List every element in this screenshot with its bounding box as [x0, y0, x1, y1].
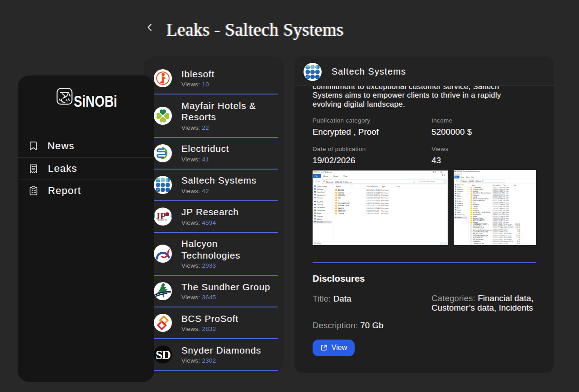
svg-text:FILESERV-HP: FILESERV-HP	[338, 202, 350, 204]
svg-text:9/7/2022 10:17 PM: 9/7/2022 10:17 PM	[493, 217, 503, 219]
svg-text:Pictures: Pictures	[317, 197, 323, 199]
svg-text:9/25/2014 12:02 AM: 9/25/2014 12:02 AM	[493, 235, 504, 237]
svg-text:File folder: File folder	[381, 208, 389, 209]
svg-text:VLC file: VLC file	[503, 243, 508, 245]
svg-text:1,448 KB: 1,448 KB	[515, 227, 520, 229]
svg-text:File folder: File folder	[503, 194, 509, 196]
svg-text:Desktop: Desktop	[317, 204, 323, 206]
svg-text:ADMIN: ADMIN	[338, 189, 344, 191]
svg-text:Videos: Videos	[317, 218, 322, 220]
svg-text:10/5/2018 2:39 PM: 10/5/2018 2:39 PM	[493, 208, 503, 210]
svg-text:6/21/2011 1:24 PM: 6/21/2011 1:24 PM	[493, 189, 503, 190]
svg-text:Quick access: Quick access	[457, 184, 465, 186]
svg-text:Videos: Videos	[457, 212, 461, 213]
svg-text:File folder: File folder	[381, 197, 389, 199]
svg-text:6/3/2021 11:18 PM: 6/3/2021 11:18 PM	[366, 203, 380, 204]
svg-text:MARKETING: MARKETING	[338, 204, 349, 207]
svg-text:Quick access: Quick access	[317, 186, 327, 188]
svg-text:IT Share: IT Share	[457, 195, 462, 197]
svg-text:File folder: File folder	[503, 219, 509, 221]
svg-text:8/1/2021 1:22 AM: 8/1/2021 1:22 AM	[493, 223, 503, 225]
svg-text:9/6/2021 11:35 AM: 9/6/2021 11:35 AM	[493, 225, 503, 227]
svg-text:8/1/2028 4:02 AM: 8/1/2028 4:02 AM	[493, 210, 503, 212]
svg-text:File folder: File folder	[503, 187, 509, 189]
svg-text:89 KB: 89 KB	[517, 243, 521, 245]
svg-text:3/21/2016 6:54 AM: 3/21/2016 6:54 AM	[493, 190, 503, 192]
svg-text:File folder: File folder	[503, 189, 509, 190]
svg-text:8/17/2022 1:56 PM: 8/17/2022 1:56 PM	[493, 204, 503, 206]
svg-text:File: File	[315, 175, 318, 177]
svg-text:3/1/2014 4:15 PM: 3/1/2014 4:15 PM	[493, 222, 503, 223]
svg-text:Local Disk (C:): Local Disk (C:)	[457, 214, 465, 216]
svg-text:Network: Network	[457, 217, 462, 218]
svg-text:Documents: Documents	[317, 207, 325, 208]
svg-text:Music: Music	[457, 207, 460, 209]
svg-text:USERS: USERS	[338, 213, 344, 215]
svg-text:Size: Size	[396, 185, 400, 188]
svg-text:Type: Type	[381, 185, 385, 188]
svg-text:1 KB: 1 KB	[517, 233, 520, 235]
svg-text:Pictures: Pictures	[457, 209, 462, 211]
svg-text:CROWN: CROWN	[338, 194, 345, 196]
svg-text:27 KB: 27 KB	[517, 229, 521, 231]
svg-text:Desktop: Desktop	[317, 189, 323, 190]
svg-text:9/7/2014 3:59 PM: 9/7/2014 3:59 PM	[493, 239, 503, 241]
svg-text:3/5/2016 7:09 PM: 3/5/2016 7:09 PM	[493, 206, 503, 208]
svg-text:Documents: Documents	[457, 203, 464, 204]
svg-text:File: File	[456, 176, 458, 178]
svg-text:7/24/2028 6:28 PM: 7/24/2028 6:28 PM	[493, 202, 503, 204]
svg-text:1 KB: 1 KB	[517, 237, 520, 239]
svg-text:VLC file: VLC file	[503, 231, 508, 233]
svg-text:8/11/2026 2:48 PM: 8/11/2026 2:48 PM	[493, 194, 503, 196]
svg-text:1/21/2026 4:54 PM: 1/21/2026 4:54 PM	[366, 194, 380, 196]
svg-text:File folder: File folder	[503, 192, 509, 194]
svg-text:1/7/1/2016 1:11 PM: 1/7/1/2016 1:11 PM	[366, 205, 380, 207]
svg-text:File folder: File folder	[503, 213, 509, 215]
svg-text:8/1/2024 1:59 PM: 8/1/2024 1:59 PM	[493, 243, 503, 245]
svg-text:1/26/2026 11:21 AM: 1/26/2026 11:21 AM	[366, 192, 380, 194]
svg-text:Name: Name	[336, 185, 341, 188]
svg-text:11/2/2014 6:29 PM: 11/2/2014 6:29 PM	[493, 229, 503, 231]
svg-text:Home: Home	[323, 175, 329, 177]
svg-text:Pictures: Pictures	[317, 216, 323, 217]
svg-text:Name: Name	[472, 184, 475, 186]
svg-text:File folder: File folder	[503, 206, 509, 208]
svg-text:File folder: File folder	[503, 196, 509, 198]
svg-text:Share: Share	[333, 175, 339, 177]
svg-text:3/11/2021 9:15 AM: 3/11/2021 9:15 AM	[493, 219, 503, 221]
svg-text:1/16/2026 11:28 AM: 1/16/2026 11:28 AM	[366, 208, 380, 209]
svg-text:File folder: File folder	[503, 190, 509, 192]
svg-text:WinRar archive: WinRar archive	[503, 235, 512, 237]
svg-text:8/26/2014 2:17 PM: 8/26/2014 2:17 PM	[493, 216, 503, 217]
svg-text:File folder: File folder	[381, 210, 389, 212]
svg-text:WinRar archive: WinRar archive	[503, 223, 512, 225]
svg-text:File folder: File folder	[503, 217, 509, 219]
svg-text:VLC file: VLC file	[503, 229, 508, 231]
svg-text:SALES: SALES	[338, 207, 344, 209]
svg-text:Chrome HTML Do...: Chrome HTML Do...	[503, 225, 514, 227]
svg-text:7/24/2016 7:00 PM: 7/24/2016 7:00 PM	[493, 227, 503, 229]
svg-text:1/3/2026 2:48 PM: 1/3/2026 2:48 PM	[366, 213, 379, 215]
svg-text:6/25/2021 1:08 PM: 6/25/2021 1:08 PM	[493, 231, 503, 233]
svg-text:Date modified: Date modified	[493, 184, 501, 186]
svg-text:File folder: File folder	[381, 194, 389, 196]
svg-text:10.10.6.3 - Remote Desktop Con: 10.10.6.3 - Remote Desktop Connection	[456, 170, 480, 172]
svg-text:344 KB: 344 KB	[516, 235, 520, 237]
svg-text:3/15/2018 8:59 PM: 3/15/2018 8:59 PM	[493, 198, 503, 200]
svg-text:7/24/2062 3:27 AM: 7/24/2062 3:27 AM	[366, 197, 380, 199]
svg-text:245 KB: 245 KB	[516, 225, 520, 227]
svg-text:This PC: This PC	[457, 198, 461, 200]
svg-text:86 KB: 86 KB	[517, 241, 521, 242]
svg-text:File folder: File folder	[503, 212, 509, 213]
svg-text:Text Document: Text Document	[503, 239, 512, 241]
svg-text:7 KB: 7 KB	[517, 239, 520, 241]
svg-text:9/29/2022 10:51 PM: 9/29/2022 10:51 PM	[493, 192, 504, 194]
svg-text:SiNOBi: SiNOBi	[74, 92, 117, 109]
svg-text:File folder: File folder	[503, 198, 509, 200]
svg-text:Desktop: Desktop	[457, 200, 462, 202]
svg-text:SERVER: SERVER	[338, 210, 345, 212]
svg-text:File folder: File folder	[381, 189, 389, 191]
svg-text:Pictures: Pictures	[457, 193, 462, 195]
svg-text:3/7/2022 2:17 PM: 3/7/2022 2:17 PM	[493, 187, 503, 189]
svg-text:File folder: File folder	[503, 222, 509, 223]
